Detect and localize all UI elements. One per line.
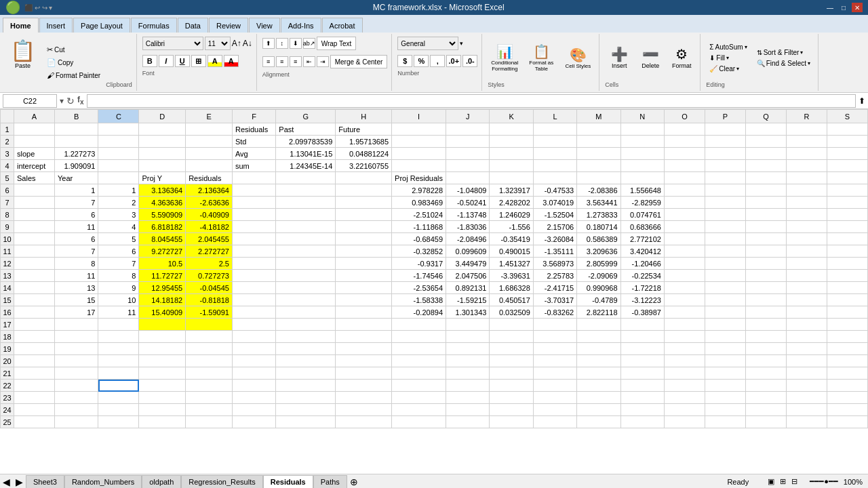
wrap-text-btn[interactable]: Wrap Text bbox=[317, 37, 357, 50]
cell-n2[interactable] bbox=[620, 136, 664, 148]
cell-a10[interactable] bbox=[14, 233, 55, 245]
cell-s3[interactable] bbox=[827, 148, 867, 160]
right-align-btn[interactable]: ≡ bbox=[290, 56, 302, 67]
cell-c12[interactable]: 7 bbox=[98, 258, 139, 270]
cell-f4[interactable]: sum bbox=[232, 160, 275, 172]
cell-j5[interactable] bbox=[446, 172, 490, 184]
cell-h15[interactable] bbox=[336, 294, 392, 306]
col-header-b[interactable]: B bbox=[55, 110, 98, 123]
col-header-g[interactable]: G bbox=[276, 110, 336, 123]
cell-e6[interactable]: 2.136364 bbox=[186, 184, 233, 197]
cell-m11[interactable]: 3.209636 bbox=[577, 245, 620, 258]
cell-h12[interactable] bbox=[336, 258, 392, 270]
cell-c3[interactable] bbox=[98, 148, 139, 160]
formula-expand-icon[interactable]: ⬆ bbox=[859, 96, 865, 106]
row-header[interactable]: 13 bbox=[1, 270, 14, 282]
row-header[interactable]: 1 bbox=[1, 123, 14, 136]
cell-l15[interactable]: -3.70317 bbox=[533, 294, 576, 306]
currency-btn[interactable]: $ bbox=[397, 55, 412, 67]
increase-indent-btn[interactable]: ⇥ bbox=[317, 56, 329, 67]
cell-o11[interactable] bbox=[664, 245, 705, 258]
underline-btn[interactable]: U bbox=[175, 55, 190, 67]
cell-n13[interactable]: -0.22534 bbox=[620, 270, 664, 282]
tab-page-layout[interactable]: Page Layout bbox=[73, 18, 130, 33]
cell-s12[interactable] bbox=[827, 258, 867, 270]
number-format-expand[interactable]: ▾ bbox=[460, 40, 463, 47]
fill-color-btn[interactable]: A bbox=[208, 55, 222, 67]
comma-btn[interactable]: , bbox=[430, 55, 445, 67]
sheet-tab-sheet3[interactable]: Sheet3 bbox=[26, 475, 64, 489]
cell-i7[interactable]: 0.983469 bbox=[392, 197, 446, 209]
cell-r13[interactable] bbox=[786, 270, 827, 282]
cell-f5[interactable] bbox=[232, 172, 275, 184]
col-header-c[interactable]: C bbox=[98, 110, 139, 123]
cell-d5[interactable]: Proj Y bbox=[139, 172, 186, 184]
cell-j12[interactable]: 3.449479 bbox=[446, 258, 490, 270]
refresh-icon[interactable]: ↻ bbox=[66, 96, 75, 106]
cell-k3[interactable] bbox=[490, 148, 533, 160]
formula-input[interactable] bbox=[87, 94, 856, 108]
cell-l7[interactable]: 3.074019 bbox=[533, 197, 576, 209]
cell-s5[interactable] bbox=[827, 172, 867, 184]
cell-h8[interactable] bbox=[336, 209, 392, 221]
cell-b22[interactable] bbox=[55, 380, 98, 392]
sheet-tab-paths[interactable]: Paths bbox=[313, 475, 347, 489]
cell-i3[interactable] bbox=[392, 148, 446, 160]
cell-p9[interactable] bbox=[705, 221, 745, 233]
row-header[interactable]: 17 bbox=[1, 319, 14, 331]
close-btn[interactable]: ✕ bbox=[852, 3, 863, 12]
cell-c14[interactable]: 9 bbox=[98, 282, 139, 294]
border-btn[interactable]: ⊞ bbox=[191, 55, 206, 67]
cell-h1[interactable]: Future bbox=[336, 123, 392, 136]
align-middle-btn[interactable]: ↕ bbox=[276, 38, 288, 49]
cell-b5[interactable]: Year bbox=[55, 172, 98, 184]
row-header[interactable]: 20 bbox=[1, 355, 14, 367]
cell-c10[interactable]: 5 bbox=[98, 233, 139, 245]
cell-p15[interactable] bbox=[705, 294, 745, 306]
cell-n14[interactable]: -1.72218 bbox=[620, 282, 664, 294]
decrease-indent-btn[interactable]: ⇤ bbox=[303, 56, 315, 67]
cell-c4[interactable] bbox=[98, 160, 139, 172]
cell-p5[interactable] bbox=[705, 172, 745, 184]
cell-f3[interactable]: Avg bbox=[232, 148, 275, 160]
cell-m6[interactable]: -2.08386 bbox=[577, 184, 620, 197]
cell-e12[interactable]: 2.5 bbox=[186, 258, 233, 270]
cell-e10[interactable]: 2.045455 bbox=[186, 233, 233, 245]
cell-l5[interactable] bbox=[533, 172, 576, 184]
row-header[interactable]: 3 bbox=[1, 148, 14, 160]
cell-b6[interactable]: 1 bbox=[55, 184, 98, 197]
cell-f1[interactable]: Residuals bbox=[232, 123, 275, 136]
cell-p3[interactable] bbox=[705, 148, 745, 160]
cell-b8[interactable]: 6 bbox=[55, 209, 98, 221]
cell-s9[interactable] bbox=[827, 221, 867, 233]
cell-n6[interactable]: 1.556648 bbox=[620, 184, 664, 197]
cell-r9[interactable] bbox=[786, 221, 827, 233]
font-size-select[interactable]: 11 bbox=[205, 37, 231, 50]
tab-addins[interactable]: Add-Ins bbox=[281, 18, 321, 33]
cell-o7[interactable] bbox=[664, 197, 705, 209]
cell-n3[interactable] bbox=[620, 148, 664, 160]
cell-d15[interactable]: 14.18182 bbox=[139, 294, 186, 306]
percent-btn[interactable]: % bbox=[414, 55, 429, 67]
cell-e11[interactable]: 2.272727 bbox=[186, 245, 233, 258]
cell-h2[interactable]: 1.95713685 bbox=[336, 136, 392, 148]
cell-l4[interactable] bbox=[533, 160, 576, 172]
cell-b10[interactable]: 6 bbox=[55, 233, 98, 245]
cell-o3[interactable] bbox=[664, 148, 705, 160]
cell-a7[interactable] bbox=[14, 197, 55, 209]
cell-g2[interactable]: 2.099783539 bbox=[276, 136, 336, 148]
row-header[interactable]: 15 bbox=[1, 294, 14, 306]
cell-g3[interactable]: 1.13041E-15 bbox=[276, 148, 336, 160]
cell-m9[interactable]: 0.180714 bbox=[577, 221, 620, 233]
cell-c16[interactable]: 11 bbox=[98, 306, 139, 319]
increase-font-btn[interactable]: A↑ bbox=[232, 39, 241, 48]
col-header-m[interactable]: M bbox=[577, 110, 620, 123]
font-color-btn[interactable]: A bbox=[224, 55, 239, 67]
cell-j13[interactable]: 2.047506 bbox=[446, 270, 490, 282]
cell-c9[interactable]: 4 bbox=[98, 221, 139, 233]
cell-n11[interactable]: 3.420412 bbox=[620, 245, 664, 258]
cell-g4[interactable]: 1.24345E-14 bbox=[276, 160, 336, 172]
merge-center-btn[interactable]: Merge & Center bbox=[330, 55, 388, 68]
autosum-btn[interactable]: Σ AutoSum ▾ bbox=[706, 42, 750, 52]
cell-i2[interactable] bbox=[392, 136, 446, 148]
